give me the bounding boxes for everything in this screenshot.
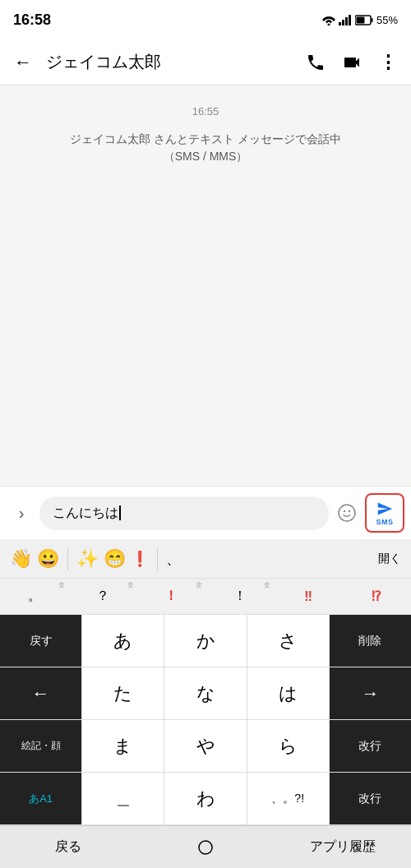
keyboard: 戻す あ か さ 削除 ← た な は → 絵記・顔 ま や ら 改行 あA1 … bbox=[0, 615, 411, 825]
key-a[interactable]: あ bbox=[82, 615, 164, 667]
chat-area: 16:55 ジェイコム太郎 さんとテキスト メッセージで会話中（SMS / MM… bbox=[0, 85, 411, 486]
svg-rect-3 bbox=[345, 17, 348, 25]
phone-icon bbox=[306, 53, 326, 72]
status-bar: 16:58 55% bbox=[0, 0, 411, 39]
message-timestamp: 16:55 bbox=[192, 105, 219, 118]
key-space[interactable]: ＿ bbox=[82, 773, 164, 824]
suggest-emoji-3[interactable]: ✨ bbox=[76, 548, 99, 570]
key-enter-2[interactable]: 改行 bbox=[330, 773, 411, 824]
key-left-arrow[interactable]: ← bbox=[0, 667, 82, 719]
bottom-nav: 戻る アプリ履歴 bbox=[0, 825, 411, 868]
emoji-button[interactable] bbox=[332, 498, 362, 528]
punct-exclaim-red[interactable]: ！ 全 bbox=[137, 579, 206, 614]
punct-double-exclaim[interactable]: ‼ bbox=[274, 579, 342, 614]
key-ya[interactable]: や bbox=[164, 720, 247, 772]
svg-rect-4 bbox=[349, 15, 351, 25]
key-ra[interactable]: ら bbox=[247, 720, 330, 772]
key-ta[interactable]: た bbox=[82, 667, 164, 719]
punct-row: 。 全 ？ 全 ！ 全 ！ 全 ‼ ⁉ bbox=[0, 579, 411, 615]
key-sa[interactable]: さ bbox=[247, 615, 330, 667]
nav-back-label: 戻る bbox=[55, 838, 81, 856]
svg-rect-7 bbox=[356, 16, 364, 23]
key-modoshi[interactable]: 戻す bbox=[0, 615, 82, 667]
key-ka[interactable]: か bbox=[164, 615, 247, 667]
video-button[interactable] bbox=[335, 46, 368, 79]
home-icon bbox=[196, 838, 215, 857]
wifi-icon bbox=[322, 14, 335, 25]
punct-exclaim[interactable]: ！ 全 bbox=[206, 579, 274, 614]
suggest-emoji-2[interactable]: 😀 bbox=[37, 548, 59, 570]
signal-icon bbox=[339, 14, 352, 25]
key-na[interactable]: な bbox=[164, 667, 247, 719]
key-row-4: あA1 ＿ わ 、。?! 改行 bbox=[0, 773, 411, 825]
emoji-icon bbox=[337, 503, 357, 523]
app-bar-actions: ⋮ bbox=[299, 46, 404, 79]
svg-rect-2 bbox=[342, 20, 344, 25]
key-row-1: 戻す あ か さ 削除 bbox=[0, 615, 411, 667]
divider-1 bbox=[67, 547, 68, 570]
status-icons: 55% bbox=[322, 14, 398, 26]
key-row-2: ← た な は → bbox=[0, 667, 411, 720]
punct-interrobang[interactable]: ⁉ bbox=[343, 579, 411, 614]
key-symbols[interactable]: 、。?! bbox=[247, 773, 330, 824]
key-emoji-face[interactable]: 絵記・顔 bbox=[0, 720, 82, 772]
system-message: ジェイコム太郎 さんとテキスト メッセージで会話中（SMS / MMS） bbox=[66, 131, 345, 165]
svg-point-10 bbox=[349, 510, 350, 512]
svg-rect-6 bbox=[371, 18, 372, 22]
message-input[interactable]: こんにちは bbox=[39, 496, 329, 530]
svg-rect-1 bbox=[339, 22, 341, 25]
back-button[interactable]: ← bbox=[7, 46, 39, 79]
open-suggestions-button[interactable]: 開く bbox=[368, 547, 411, 571]
phone-button[interactable] bbox=[299, 46, 332, 79]
key-right-arrow[interactable]: → bbox=[330, 667, 411, 719]
key-ma[interactable]: ま bbox=[82, 720, 164, 772]
suggestion-row: 👋 😀 ✨ 😁 ❗ 、 開く bbox=[0, 539, 411, 579]
expand-button[interactable]: › bbox=[7, 498, 36, 528]
input-area: › こんにちは SMS bbox=[0, 486, 411, 539]
battery-percent: 55% bbox=[376, 14, 398, 26]
key-ha[interactable]: は bbox=[247, 667, 330, 719]
contact-name: ジェイコム太郎 bbox=[46, 51, 293, 73]
punct-maru[interactable]: 。 全 bbox=[0, 579, 68, 614]
key-enter-1[interactable]: 改行 bbox=[330, 720, 411, 772]
video-icon bbox=[342, 53, 362, 72]
divider-2 bbox=[157, 547, 158, 570]
suggest-red-1[interactable]: ❗ bbox=[131, 550, 149, 568]
battery-icon bbox=[355, 15, 373, 25]
cursor bbox=[119, 506, 121, 520]
nav-recents-button[interactable]: アプリ履歴 bbox=[274, 826, 411, 868]
svg-point-9 bbox=[344, 510, 345, 512]
key-delete[interactable]: 削除 bbox=[330, 615, 411, 667]
send-button[interactable]: SMS bbox=[365, 493, 404, 533]
svg-point-0 bbox=[327, 24, 330, 26]
key-wa[interactable]: わ bbox=[164, 773, 247, 824]
app-bar: ← ジェイコム太郎 ⋮ bbox=[0, 39, 411, 85]
more-options-button[interactable]: ⋮ bbox=[372, 46, 404, 79]
svg-point-8 bbox=[339, 505, 355, 521]
key-row-3: 絵記・顔 ま や ら 改行 bbox=[0, 720, 411, 773]
key-input-mode[interactable]: あA1 bbox=[0, 773, 82, 824]
nav-home-button[interactable] bbox=[137, 826, 275, 868]
send-icon bbox=[376, 501, 393, 517]
svg-point-11 bbox=[199, 841, 212, 854]
more-icon: ⋮ bbox=[379, 52, 398, 73]
suggest-emoji-1[interactable]: 👋 bbox=[10, 548, 32, 570]
suggest-punct-1[interactable]: 、 bbox=[166, 549, 181, 569]
nav-back-button[interactable]: 戻る bbox=[0, 826, 137, 868]
nav-recents-label: アプリ履歴 bbox=[310, 838, 376, 856]
status-time: 16:58 bbox=[13, 12, 51, 29]
suggestion-emojis: 👋 😀 ✨ 😁 ❗ 、 bbox=[0, 547, 368, 570]
punct-question[interactable]: ？ 全 bbox=[68, 579, 136, 614]
suggest-emoji-4[interactable]: 😁 bbox=[104, 548, 126, 570]
